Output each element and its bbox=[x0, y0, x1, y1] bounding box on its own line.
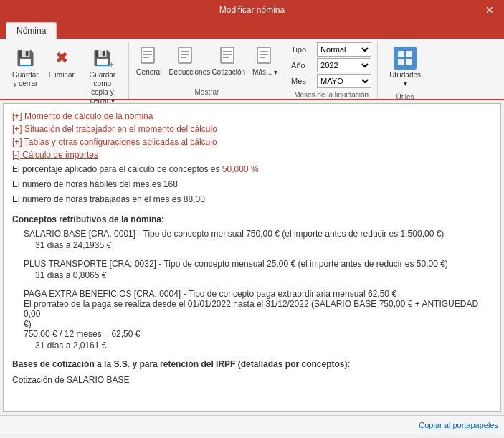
concepto-paga-extra: PAGA EXTRA BENEFICIOS [CRA: 0004] - Tipo… bbox=[24, 289, 492, 351]
deducciones-icon bbox=[176, 47, 196, 67]
utilidades-button[interactable]: Utilidades ▾ bbox=[384, 44, 427, 90]
salario-title-text: SALARIO BASE [CRA: 0001] - Tipo de conce… bbox=[24, 229, 444, 239]
guardar-copia-button[interactable]: 💾+ Guardar comocopia y cerrar ▾ bbox=[81, 44, 124, 108]
section-tablas[interactable]: [+] Tablas y otras configuraciones aplic… bbox=[12, 137, 492, 147]
bottom-bar: Copiar al portapapeles bbox=[0, 415, 504, 434]
transporte-title: PLUS TRANSPORTE [CRA: 0032] - Tipo de co… bbox=[24, 259, 492, 269]
mes-select[interactable]: ENEROFEBREROMARZOABRIL MAYOJUNIOJULIOAGO… bbox=[317, 74, 371, 88]
paga-extra-line1: PAGA EXTRA BENEFICIOS [CRA: 0004] - Tipo… bbox=[24, 289, 492, 299]
salario-detail: 31 días a 24,1935 € bbox=[35, 240, 492, 250]
ribbon-group-utiles: Utilidades ▾ Útiles bbox=[378, 42, 432, 99]
deducciones-label: Deducciones bbox=[168, 68, 204, 77]
paga-extra-line3: €) bbox=[24, 319, 492, 329]
section-calculo[interactable]: [-] Cálculo de importes bbox=[12, 150, 492, 160]
cotizacion-button[interactable]: Cotización bbox=[209, 44, 248, 79]
anio-row: Año 2021 2022 2023 bbox=[291, 58, 371, 72]
tab-nomina[interactable]: Nómina bbox=[6, 22, 57, 39]
anio-select[interactable]: 2021 2022 2023 bbox=[317, 58, 371, 72]
tipo-row: Tipo Normal Extraordinaria bbox=[291, 42, 371, 57]
calculo-linea2: El número de horas hábiles del mes es 16… bbox=[12, 178, 492, 191]
paga-extra-detail: 31 días a 2,0161 € bbox=[35, 341, 492, 351]
ribbon-group-mostrar: General Deducciones Cotización Más... ▾ bbox=[129, 42, 285, 99]
eliminar-label: Eliminar bbox=[49, 71, 75, 80]
mas-label: Más... ▾ bbox=[252, 68, 277, 77]
main-content: [+] Momento de cálculo de la nómina [+] … bbox=[3, 103, 501, 412]
svg-rect-8 bbox=[221, 47, 234, 63]
section-momento[interactable]: [+] Momento de cálculo de la nómina bbox=[12, 111, 492, 121]
saveas-icon: 💾+ bbox=[91, 47, 114, 70]
svg-rect-19 bbox=[398, 59, 404, 65]
svg-rect-0 bbox=[141, 47, 154, 63]
svg-rect-18 bbox=[406, 51, 412, 57]
mes-label: Mes bbox=[291, 77, 314, 85]
svg-rect-4 bbox=[179, 47, 191, 63]
bases-heading: Bases de cotización a la S.S. y para ret… bbox=[12, 359, 492, 369]
mostrar-buttons: General Deducciones Cotización Más... ▾ bbox=[133, 42, 280, 86]
svg-rect-17 bbox=[398, 51, 404, 57]
concepto-transporte: PLUS TRANSPORTE [CRA: 0032] - Tipo de co… bbox=[24, 259, 492, 280]
meses-label: Meses de la liquidación bbox=[291, 90, 371, 99]
mostrar-label: Mostrar bbox=[133, 86, 280, 99]
guardar-copia-label: Guardar comocopia y cerrar ▾ bbox=[85, 71, 120, 105]
guardar-label: Guardary cerrar bbox=[12, 71, 39, 88]
mes-row: Mes ENEROFEBREROMARZOABRIL MAYOJUNIOJULI… bbox=[291, 74, 371, 88]
close-button[interactable]: ✕ bbox=[475, 0, 504, 20]
svg-rect-12 bbox=[257, 47, 270, 63]
porcentaje-value: 50,000 % bbox=[222, 164, 259, 174]
delete-icon: ✖ bbox=[50, 47, 73, 70]
section-situacion[interactable]: [+] Situación del trabajador en el momen… bbox=[12, 124, 492, 134]
cotizacion-icon bbox=[219, 47, 239, 67]
transporte-detail: 31 días a 0,8065 € bbox=[35, 270, 492, 280]
window-title: Modificar nómina bbox=[219, 5, 285, 15]
deducciones-button[interactable]: Deducciones bbox=[166, 44, 207, 79]
svg-rect-20 bbox=[406, 59, 412, 65]
general-label: General bbox=[136, 68, 162, 77]
ribbon-tabs: Nómina bbox=[0, 20, 504, 39]
calculo-text1: El porcentaje aplicado para el cálculo d… bbox=[12, 164, 222, 174]
calculo-linea1: El porcentaje aplicado para el cálculo d… bbox=[12, 163, 492, 176]
salario-title: SALARIO BASE [CRA: 0001] - Tipo de conce… bbox=[24, 229, 492, 239]
guardar-cerrar-button[interactable]: 💾 Guardary cerrar bbox=[9, 44, 42, 90]
mantenimiento-buttons: 💾 Guardary cerrar ✖ Eliminar 💾+ Guardar … bbox=[9, 42, 124, 108]
utilidades-icon bbox=[394, 47, 417, 70]
paga-extra-title: PAGA EXTRA BENEFICIOS [CRA: 0004] - Tipo… bbox=[24, 289, 492, 339]
copy-portapapeles-button[interactable]: Copiar al portapapeles bbox=[419, 421, 498, 429]
title-bar: Modificar nómina ✕ bbox=[0, 0, 504, 20]
general-icon bbox=[139, 47, 159, 67]
eliminar-button[interactable]: ✖ Eliminar bbox=[45, 44, 78, 82]
save-icon: 💾 bbox=[14, 47, 37, 70]
ribbon-group-mantenimiento: 💾 Guardary cerrar ✖ Eliminar 💾+ Guardar … bbox=[4, 42, 129, 99]
paga-extra-line4: 750,00 € / 12 meses = 62,50 € bbox=[24, 329, 492, 339]
ribbon-group-meses: Tipo Normal Extraordinaria Año 2021 2022… bbox=[285, 42, 378, 99]
conceptos-heading: Conceptos retributivos de la nómina: bbox=[12, 214, 492, 224]
utilidades-text-label: Utilidades ▾ bbox=[387, 71, 423, 88]
content-scroll[interactable]: [+] Momento de cálculo de la nómina [+] … bbox=[4, 104, 500, 411]
bases-sub: Cotización de SALARIO BASE bbox=[12, 373, 492, 387]
cotizacion-label: Cotización bbox=[211, 68, 245, 77]
mas-icon bbox=[255, 47, 275, 67]
calculo-linea3: El número de horas trabajadas en el mes … bbox=[12, 193, 492, 206]
transporte-title-text: PLUS TRANSPORTE [CRA: 0032] - Tipo de co… bbox=[24, 259, 448, 269]
tipo-label: Tipo bbox=[291, 45, 314, 54]
paga-extra-line2: El prorrateo de la paga se realiza desde… bbox=[24, 299, 492, 319]
mas-button[interactable]: Más... ▾ bbox=[249, 44, 280, 79]
tipo-select[interactable]: Normal Extraordinaria bbox=[317, 42, 371, 57]
concepto-salario: SALARIO BASE [CRA: 0001] - Tipo de conce… bbox=[24, 229, 492, 250]
anio-label: Año bbox=[291, 61, 314, 70]
utiles-label: Útiles bbox=[396, 90, 414, 104]
general-button[interactable]: General bbox=[133, 44, 165, 79]
ribbon: 💾 Guardary cerrar ✖ Eliminar 💾+ Guardar … bbox=[0, 39, 504, 100]
